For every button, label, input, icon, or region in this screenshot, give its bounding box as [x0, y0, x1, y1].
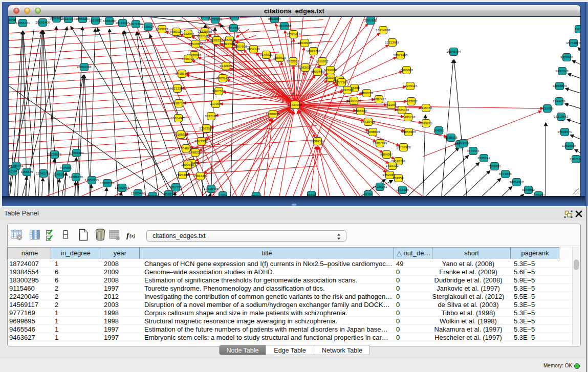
svg-text:10671355: 10671355 — [128, 23, 143, 26]
svg-text:18724007: 18724007 — [288, 103, 302, 107]
svg-text:164095: 164095 — [433, 129, 444, 133]
svg-text:16033809: 16033809 — [208, 18, 223, 21]
svg-text:11123: 11123 — [575, 28, 580, 31]
svg-text:16961758: 16961758 — [306, 50, 321, 53]
svg-text:13533594: 13533594 — [199, 127, 214, 130]
svg-text:3824554: 3824554 — [360, 92, 373, 95]
svg-text:7625402: 7625402 — [176, 173, 189, 177]
svg-text:7955812: 7955812 — [316, 60, 329, 63]
svg-text:1615132: 1615132 — [386, 164, 399, 168]
svg-text:18300295: 18300295 — [266, 113, 280, 116]
svg-text:15692971: 15692971 — [557, 130, 572, 134]
svg-text:9777169: 9777169 — [335, 81, 348, 84]
svg-text:12093823: 12093823 — [552, 84, 567, 88]
svg-text:7632621: 7632621 — [488, 165, 501, 168]
svg-text:20458: 20458 — [9, 18, 16, 22]
svg-text:83921: 83921 — [164, 193, 173, 196]
svg-text:5878332: 5878332 — [195, 140, 208, 143]
svg-text:10107553: 10107553 — [171, 102, 186, 105]
svg-text:9427552: 9427552 — [212, 90, 225, 93]
svg-text:15751074: 15751074 — [566, 41, 580, 45]
svg-text:5938928: 5938928 — [445, 136, 458, 140]
svg-text:99704: 99704 — [363, 193, 373, 196]
svg-text:19654925: 19654925 — [171, 117, 186, 120]
svg-text:20206576: 20206576 — [47, 153, 62, 157]
svg-text:9146821: 9146821 — [260, 53, 273, 57]
svg-text:7663822: 7663822 — [156, 28, 168, 31]
svg-text:15914479: 15914479 — [193, 174, 208, 178]
svg-text:9115460: 9115460 — [420, 106, 432, 110]
svg-text:252254: 252254 — [393, 177, 404, 180]
svg-text:20117443: 20117443 — [61, 17, 75, 21]
svg-text:12975115: 12975115 — [403, 84, 417, 88]
svg-text:17359924: 17359924 — [69, 151, 84, 155]
svg-text:6990448: 6990448 — [311, 70, 324, 74]
svg-text:155223: 155223 — [250, 194, 262, 196]
svg-text:18807249: 18807249 — [373, 142, 387, 145]
svg-text:14055721: 14055721 — [15, 21, 30, 25]
svg-text:13716485: 13716485 — [204, 187, 219, 191]
svg-text:10719155: 10719155 — [115, 21, 130, 25]
svg-text:8813054: 8813054 — [228, 17, 241, 18]
svg-text:12942757: 12942757 — [36, 172, 51, 176]
svg-text:9242848: 9242848 — [220, 64, 232, 68]
svg-text:5498222: 5498222 — [189, 151, 202, 155]
svg-text:12213383: 12213383 — [170, 87, 185, 91]
svg-text:9474197: 9474197 — [457, 142, 470, 145]
svg-text:9896721: 9896721 — [182, 57, 194, 61]
svg-text:1733427: 1733427 — [532, 194, 545, 196]
svg-text:9463627: 9463627 — [405, 100, 418, 103]
svg-text:9327508: 9327508 — [222, 42, 235, 46]
svg-text:10654112: 10654112 — [509, 181, 524, 184]
svg-text:8471676: 8471676 — [499, 172, 512, 176]
svg-text:1409948: 1409948 — [181, 163, 194, 167]
svg-text:9474444: 9474444 — [467, 149, 480, 153]
svg-text:9975887: 9975887 — [60, 166, 73, 170]
svg-text:16782759: 16782759 — [115, 186, 129, 190]
svg-text:6794028: 6794028 — [324, 69, 337, 72]
svg-text:8660124: 8660124 — [170, 30, 183, 34]
svg-text:15720407: 15720407 — [361, 120, 376, 124]
svg-text:14136141: 14136141 — [373, 185, 387, 189]
svg-text:20364436: 20364436 — [346, 99, 361, 103]
svg-text:1527602: 1527602 — [89, 19, 102, 23]
svg-text:19166825: 19166825 — [173, 133, 188, 137]
svg-text:9245652: 9245652 — [522, 188, 535, 192]
svg-text:9699695: 9699695 — [420, 122, 432, 125]
svg-text:16648784: 16648784 — [446, 50, 461, 54]
svg-text:19654923: 19654923 — [401, 130, 416, 134]
svg-text:8813054: 8813054 — [268, 17, 281, 21]
svg-text:12213967: 12213967 — [385, 41, 400, 45]
svg-text:2867608: 2867608 — [234, 45, 247, 49]
svg-text:9327505: 9327505 — [197, 35, 209, 38]
svg-text:62160: 62160 — [386, 103, 396, 107]
svg-text:7485063: 7485063 — [400, 69, 413, 72]
svg-text:9884067: 9884067 — [380, 153, 393, 157]
svg-text:2803144: 2803144 — [216, 77, 229, 80]
svg-text:2087682: 2087682 — [364, 19, 377, 23]
svg-text:19218506: 19218506 — [277, 25, 292, 28]
svg-text:9329966: 9329966 — [560, 56, 573, 59]
svg-text:16210643: 16210643 — [554, 115, 569, 119]
svg-text:6466160: 6466160 — [103, 19, 116, 23]
svg-text:3915941: 3915941 — [9, 170, 19, 173]
svg-text:7357224: 7357224 — [227, 27, 240, 30]
svg-text:8322037: 8322037 — [287, 60, 299, 63]
svg-text:20691406: 20691406 — [35, 21, 50, 25]
svg-text:9227343: 9227343 — [556, 70, 569, 73]
svg-text:11325419: 11325419 — [286, 33, 300, 36]
svg-text:8215955: 8215955 — [541, 107, 554, 111]
svg-text:16640910: 16640910 — [297, 41, 312, 45]
svg-text:6497568: 6497568 — [341, 89, 354, 92]
svg-text:17016504: 17016504 — [562, 144, 577, 148]
svg-text:3267110: 3267110 — [205, 115, 217, 118]
svg-text:10973493: 10973493 — [393, 54, 408, 57]
svg-text:8454749: 8454749 — [247, 48, 260, 51]
svg-text:1167533: 1167533 — [570, 158, 580, 161]
svg-text:77934: 77934 — [218, 194, 227, 196]
svg-text:20053346: 20053346 — [77, 65, 92, 69]
svg-text:10958107: 10958107 — [100, 182, 115, 185]
svg-text:10688609: 10688609 — [365, 130, 380, 134]
svg-text:10154808: 10154808 — [376, 29, 390, 32]
svg-text:217006: 217006 — [210, 102, 221, 106]
